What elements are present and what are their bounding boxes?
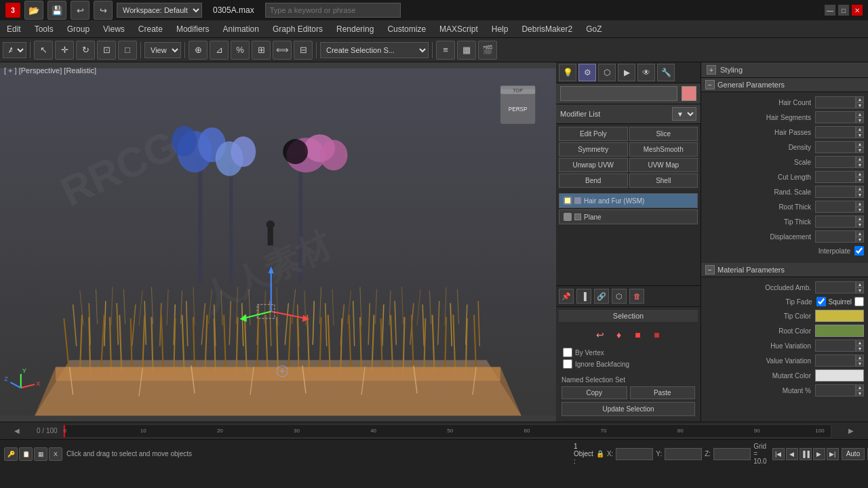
stack-link-btn[interactable]: 🔗 <box>594 289 609 304</box>
rotate-btn[interactable]: ↻ <box>76 41 95 60</box>
timeline-prev-btn[interactable]: ◀ <box>0 427 34 434</box>
tipthick-input[interactable]: 0.0 <box>815 216 856 228</box>
cl-up[interactable]: ▲ <box>856 171 864 177</box>
mirror-btn[interactable]: ⟺ <box>273 41 292 60</box>
workspace-select[interactable]: Workspace: Default <box>117 3 202 18</box>
rootcolor-swatch[interactable] <box>815 325 864 337</box>
menu-maxscript[interactable]: MAXScript <box>433 22 485 37</box>
sel-undo-icon[interactable]: ↩ <box>593 327 608 342</box>
mod-btn-editpoly[interactable]: Edit Poly <box>559 127 628 141</box>
vv-down[interactable]: ▼ <box>856 361 864 367</box>
align-btn[interactable]: ⊟ <box>294 41 313 60</box>
object-name-input[interactable]: Plane097 <box>560 86 677 101</box>
light-tab[interactable]: 💡 <box>559 64 576 81</box>
valvar-input[interactable]: 50.0 <box>815 354 856 367</box>
utility-tab[interactable]: 🔧 <box>657 64 675 81</box>
hv-down[interactable]: ▼ <box>856 346 864 352</box>
hair-count-up[interactable]: ▲ <box>856 96 864 102</box>
scale-up[interactable]: ▲ <box>856 156 864 162</box>
scale-btn[interactable]: ⊡ <box>97 41 116 60</box>
mod-btn-unwrap[interactable]: Unwrap UVW <box>559 158 628 172</box>
close-btn[interactable]: ✕ <box>852 5 863 16</box>
material-params-header[interactable]: − Material Parameters <box>701 263 868 277</box>
menu-tools[interactable]: Tools <box>28 22 60 37</box>
rt-up[interactable]: ▲ <box>856 201 864 207</box>
object-color-swatch[interactable] <box>682 86 696 101</box>
stack-show-btn[interactable]: ▐ <box>576 289 591 304</box>
dens-down[interactable]: ▼ <box>856 147 864 153</box>
disp-down[interactable]: ▼ <box>856 237 864 243</box>
mod-btn-bend[interactable]: Bend <box>559 174 628 188</box>
menu-animation[interactable]: Animation <box>216 22 266 37</box>
status-icon1[interactable]: 🔑 <box>4 447 18 461</box>
graph-editor-btn[interactable]: ≡ <box>436 41 455 60</box>
menu-edit[interactable]: Edit <box>0 22 28 37</box>
hierarchy-tab[interactable]: ⬡ <box>598 64 616 81</box>
transport-last[interactable]: ▶| <box>827 448 839 460</box>
seg-up[interactable]: ▲ <box>856 111 864 117</box>
menu-debrismaker[interactable]: DebrisMaker2 <box>515 22 579 37</box>
select-btn[interactable]: ↖ <box>34 41 53 60</box>
scale-input[interactable]: 100.0 <box>815 156 856 168</box>
copy-btn[interactable]: Copy <box>561 386 627 399</box>
ignore-back-checkbox[interactable] <box>563 359 572 369</box>
interpolate-checkbox[interactable] <box>854 246 864 256</box>
rootthick-input[interactable]: 15.0 <box>815 201 856 213</box>
rt-down[interactable]: ▼ <box>856 207 864 213</box>
tipfade-checkbox[interactable] <box>816 297 826 306</box>
menu-views[interactable]: Views <box>96 22 132 37</box>
display-tab[interactable]: 👁 <box>637 64 655 81</box>
timeline-next-btn[interactable]: ▶ <box>834 427 868 434</box>
undo-btn[interactable]: ↩ <box>71 1 90 20</box>
mod-btn-symmetry[interactable]: Symmetry <box>559 142 628 157</box>
oa-up[interactable]: ▲ <box>856 281 864 287</box>
maximize-btn[interactable]: □ <box>838 5 849 16</box>
mp-up[interactable]: ▲ <box>856 384 864 390</box>
mod-btn-slice[interactable]: Slice <box>629 127 698 141</box>
modifier-dropdown[interactable]: ▼ <box>672 107 696 121</box>
stack-pin-btn[interactable]: 📌 <box>559 289 574 304</box>
dens-up[interactable]: ▲ <box>856 141 864 147</box>
save-btn[interactable]: 💾 <box>47 1 66 20</box>
mutantcolor-swatch[interactable] <box>815 369 864 382</box>
filter-select[interactable]: All <box>3 42 26 58</box>
mod-btn-uvwmap[interactable]: UVW Map <box>629 158 698 172</box>
sel-edge-icon[interactable]: ■ <box>631 327 646 342</box>
stack-item-plane[interactable]: Plane <box>559 209 698 224</box>
z-coord-input[interactable]: 9.129 <box>713 448 751 460</box>
mod-btn-meshsmooth[interactable]: MeshSmooth <box>629 142 698 157</box>
modifier-tab active[interactable]: ⚙ <box>578 64 596 81</box>
pass-down[interactable]: ▼ <box>856 132 864 138</box>
percent-snap-btn[interactable]: % <box>231 41 250 60</box>
menu-goz[interactable]: GoZ <box>579 22 608 37</box>
hair-segments-input[interactable]: 5 <box>815 111 856 123</box>
update-selection-btn[interactable]: Update Selection <box>561 402 695 416</box>
render-setup-btn[interactable]: ▦ <box>457 41 476 60</box>
stack-unique-btn[interactable]: ⬡ <box>612 289 627 304</box>
stack-item-hairfur[interactable]: Hair and Fur (WSM) <box>559 193 698 208</box>
status-icon4[interactable]: X <box>49 447 62 461</box>
displacement-input[interactable]: 0.0 <box>815 230 856 243</box>
styling-collapse-btn[interactable]: + <box>707 65 716 75</box>
angle-snap-btn[interactable]: ⊿ <box>210 41 229 60</box>
huevar-input[interactable]: 10.0 <box>815 340 856 352</box>
tipcolor-swatch[interactable] <box>815 310 864 322</box>
motion-tab[interactable]: ▶ <box>618 64 635 81</box>
seg-down[interactable]: ▼ <box>856 117 864 123</box>
scale-down[interactable]: ▼ <box>856 162 864 168</box>
rs-down[interactable]: ▼ <box>856 192 864 198</box>
menu-rendering[interactable]: Rendering <box>330 22 380 37</box>
transport-prev[interactable]: ◀ <box>786 448 798 460</box>
create-selection-select[interactable]: Create Selection S... <box>320 42 429 58</box>
stack-delete-btn[interactable]: 🗑 <box>629 289 644 304</box>
status-icon2[interactable]: 📋 <box>19 447 33 461</box>
y-coord-input[interactable]: 8.715 <box>665 448 702 460</box>
render-btn[interactable]: 🎬 <box>478 41 497 60</box>
pass-up[interactable]: ▲ <box>856 126 864 132</box>
hv-up[interactable]: ▲ <box>856 340 864 346</box>
rs-up[interactable]: ▲ <box>856 186 864 192</box>
menu-customize[interactable]: Customize <box>380 22 433 37</box>
sel-face-icon[interactable]: ■ <box>650 327 665 342</box>
randscale-input[interactable]: 40.0 <box>815 186 856 198</box>
select-region-btn[interactable]: □ <box>118 41 137 60</box>
